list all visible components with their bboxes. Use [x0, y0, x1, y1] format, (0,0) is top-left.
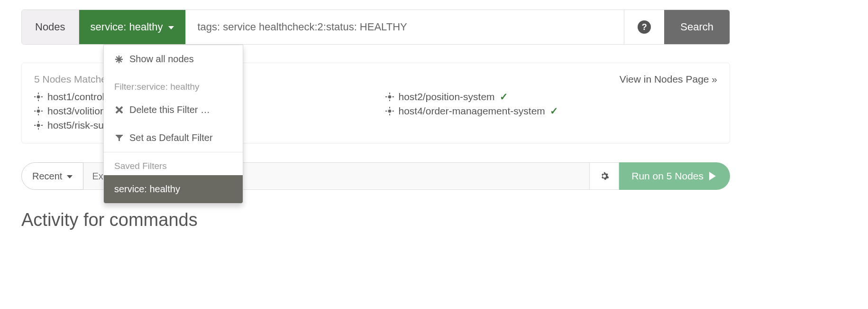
filter-dropdown-button[interactable]: service: healthy: [79, 10, 186, 44]
svg-point-5: [37, 124, 40, 127]
search-button[interactable]: Search: [664, 10, 730, 44]
caret-down-icon: [67, 175, 73, 178]
activity-heading: Activity for commands: [21, 210, 730, 230]
x-icon: [114, 106, 124, 113]
search-input[interactable]: [197, 21, 612, 33]
check-icon: ✓: [550, 105, 558, 117]
recent-label: Recent: [32, 171, 62, 182]
settings-button[interactable]: [590, 162, 619, 190]
svg-point-4: [37, 110, 40, 112]
caret-down-icon: [168, 26, 174, 29]
run-button[interactable]: Run on 5 Nodes: [619, 162, 730, 190]
search-field-wrapper: [186, 10, 624, 44]
help-icon: ?: [638, 20, 651, 34]
nodes-label: Nodes: [35, 21, 65, 33]
node-item[interactable]: host4/order-management-system ✓: [385, 104, 718, 118]
node-icon: [34, 107, 43, 115]
svg-rect-0: [116, 135, 123, 136]
menu-saved-header-text: Saved Filters: [114, 161, 167, 171]
gear-icon: [600, 171, 609, 181]
node-icon: [34, 121, 43, 130]
node-name: host4/order-management-system: [399, 105, 545, 117]
menu-set-default-label: Set as Default Filter: [129, 132, 213, 143]
check-icon: ✓: [500, 91, 508, 103]
menu-show-all-nodes[interactable]: Show all nodes: [104, 45, 243, 73]
node-icon: [34, 93, 43, 101]
node-icon: [385, 107, 394, 115]
view-nodes-link[interactable]: View in Nodes Page »: [620, 74, 717, 85]
match-count-text: 5 Nodes Matched: [34, 74, 112, 85]
menu-saved-item-selected[interactable]: service: healthy: [104, 175, 243, 203]
filter-icon: [114, 134, 124, 141]
help-button[interactable]: ?: [624, 10, 664, 44]
recent-dropdown[interactable]: Recent: [21, 162, 83, 190]
menu-show-all-label: Show all nodes: [129, 54, 194, 65]
svg-rect-2: [119, 138, 120, 141]
menu-saved-item-label: service: healthy: [114, 184, 180, 195]
menu-filter-header: Filter:service: healthy: [104, 73, 243, 96]
run-button-label: Run on 5 Nodes: [631, 170, 704, 182]
filter-label: service: healthy: [91, 21, 163, 33]
svg-point-7: [388, 110, 391, 112]
node-item[interactable]: host2/position-system ✓: [385, 90, 718, 104]
node-name: host2/position-system: [399, 91, 495, 103]
svg-point-3: [37, 96, 40, 98]
menu-set-default[interactable]: Set as Default Filter: [104, 124, 243, 152]
menu-delete-label: Delete this Filter …: [129, 104, 210, 115]
asterisk-icon: [114, 56, 124, 63]
nodes-button[interactable]: Nodes: [22, 10, 79, 44]
nodes-column-right: host2/position-system ✓ host4/order-mana…: [385, 90, 718, 132]
menu-saved-header: Saved Filters: [104, 152, 243, 175]
top-filter-bar: Nodes service: healthy ? Search: [21, 9, 730, 45]
filter-dropdown-menu: Show all nodes Filter:service: healthy D…: [103, 45, 243, 204]
play-icon: [709, 172, 716, 180]
search-button-label: Search: [680, 21, 713, 33]
svg-point-6: [388, 96, 391, 98]
menu-filter-header-text: Filter:service: healthy: [114, 82, 200, 92]
menu-delete-filter[interactable]: Delete this Filter …: [104, 96, 243, 124]
node-icon: [385, 93, 394, 101]
